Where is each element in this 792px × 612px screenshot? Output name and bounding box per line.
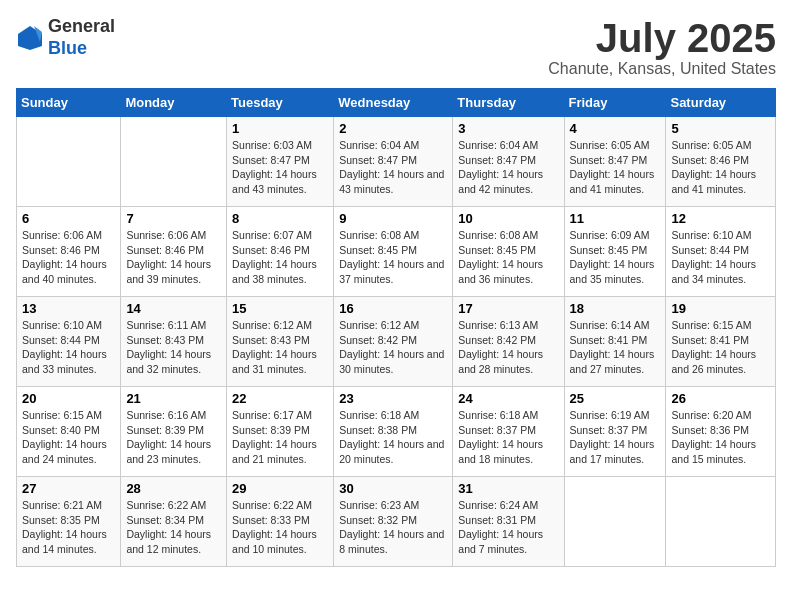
calendar-cell: 28Sunrise: 6:22 AMSunset: 8:34 PMDayligh… [121,477,227,567]
day-number: 2 [339,121,447,136]
day-number: 18 [570,301,661,316]
day-info: Sunrise: 6:07 AMSunset: 8:46 PMDaylight:… [232,228,328,287]
day-info: Sunrise: 6:16 AMSunset: 8:39 PMDaylight:… [126,408,221,467]
day-info: Sunrise: 6:22 AMSunset: 8:34 PMDaylight:… [126,498,221,557]
main-title: July 2025 [548,16,776,60]
calendar-cell: 31Sunrise: 6:24 AMSunset: 8:31 PMDayligh… [453,477,564,567]
calendar-cell: 23Sunrise: 6:18 AMSunset: 8:38 PMDayligh… [334,387,453,477]
calendar-cell: 3Sunrise: 6:04 AMSunset: 8:47 PMDaylight… [453,117,564,207]
day-info: Sunrise: 6:10 AMSunset: 8:44 PMDaylight:… [671,228,770,287]
day-info: Sunrise: 6:15 AMSunset: 8:40 PMDaylight:… [22,408,115,467]
calendar-cell: 27Sunrise: 6:21 AMSunset: 8:35 PMDayligh… [17,477,121,567]
logo-general-text: General [48,16,115,36]
day-number: 14 [126,301,221,316]
header-cell-saturday: Saturday [666,89,776,117]
day-info: Sunrise: 6:13 AMSunset: 8:42 PMDaylight:… [458,318,558,377]
day-info: Sunrise: 6:17 AMSunset: 8:39 PMDaylight:… [232,408,328,467]
day-info: Sunrise: 6:14 AMSunset: 8:41 PMDaylight:… [570,318,661,377]
day-number: 9 [339,211,447,226]
calendar-cell: 18Sunrise: 6:14 AMSunset: 8:41 PMDayligh… [564,297,666,387]
calendar-cell [17,117,121,207]
day-number: 25 [570,391,661,406]
day-number: 17 [458,301,558,316]
day-info: Sunrise: 6:18 AMSunset: 8:38 PMDaylight:… [339,408,447,467]
header-cell-sunday: Sunday [17,89,121,117]
day-info: Sunrise: 6:11 AMSunset: 8:43 PMDaylight:… [126,318,221,377]
day-info: Sunrise: 6:24 AMSunset: 8:31 PMDaylight:… [458,498,558,557]
calendar-cell: 26Sunrise: 6:20 AMSunset: 8:36 PMDayligh… [666,387,776,477]
calendar-cell: 7Sunrise: 6:06 AMSunset: 8:46 PMDaylight… [121,207,227,297]
header-cell-monday: Monday [121,89,227,117]
day-number: 16 [339,301,447,316]
day-info: Sunrise: 6:06 AMSunset: 8:46 PMDaylight:… [22,228,115,287]
page-header: General Blue July 2025 Chanute, Kansas, … [16,16,776,78]
calendar-cell: 29Sunrise: 6:22 AMSunset: 8:33 PMDayligh… [227,477,334,567]
day-number: 6 [22,211,115,226]
calendar-cell: 19Sunrise: 6:15 AMSunset: 8:41 PMDayligh… [666,297,776,387]
header-cell-tuesday: Tuesday [227,89,334,117]
day-info: Sunrise: 6:05 AMSunset: 8:47 PMDaylight:… [570,138,661,197]
day-number: 26 [671,391,770,406]
day-number: 22 [232,391,328,406]
day-info: Sunrise: 6:21 AMSunset: 8:35 PMDaylight:… [22,498,115,557]
calendar-cell: 21Sunrise: 6:16 AMSunset: 8:39 PMDayligh… [121,387,227,477]
day-info: Sunrise: 6:19 AMSunset: 8:37 PMDaylight:… [570,408,661,467]
day-number: 4 [570,121,661,136]
day-info: Sunrise: 6:10 AMSunset: 8:44 PMDaylight:… [22,318,115,377]
calendar-cell: 12Sunrise: 6:10 AMSunset: 8:44 PMDayligh… [666,207,776,297]
header-cell-thursday: Thursday [453,89,564,117]
day-number: 13 [22,301,115,316]
day-number: 28 [126,481,221,496]
calendar-cell: 14Sunrise: 6:11 AMSunset: 8:43 PMDayligh… [121,297,227,387]
subtitle: Chanute, Kansas, United States [548,60,776,78]
calendar-cell [121,117,227,207]
calendar-header: SundayMondayTuesdayWednesdayThursdayFrid… [17,89,776,117]
day-number: 10 [458,211,558,226]
day-info: Sunrise: 6:12 AMSunset: 8:43 PMDaylight:… [232,318,328,377]
calendar-cell: 1Sunrise: 6:03 AMSunset: 8:47 PMDaylight… [227,117,334,207]
day-info: Sunrise: 6:09 AMSunset: 8:45 PMDaylight:… [570,228,661,287]
day-info: Sunrise: 6:08 AMSunset: 8:45 PMDaylight:… [458,228,558,287]
day-info: Sunrise: 6:03 AMSunset: 8:47 PMDaylight:… [232,138,328,197]
day-info: Sunrise: 6:05 AMSunset: 8:46 PMDaylight:… [671,138,770,197]
day-number: 3 [458,121,558,136]
header-row: SundayMondayTuesdayWednesdayThursdayFrid… [17,89,776,117]
day-number: 15 [232,301,328,316]
day-number: 11 [570,211,661,226]
calendar-cell: 8Sunrise: 6:07 AMSunset: 8:46 PMDaylight… [227,207,334,297]
calendar-cell [564,477,666,567]
day-number: 19 [671,301,770,316]
calendar-body: 1Sunrise: 6:03 AMSunset: 8:47 PMDaylight… [17,117,776,567]
day-number: 7 [126,211,221,226]
day-info: Sunrise: 6:12 AMSunset: 8:42 PMDaylight:… [339,318,447,377]
calendar-cell: 16Sunrise: 6:12 AMSunset: 8:42 PMDayligh… [334,297,453,387]
week-row-2: 6Sunrise: 6:06 AMSunset: 8:46 PMDaylight… [17,207,776,297]
week-row-4: 20Sunrise: 6:15 AMSunset: 8:40 PMDayligh… [17,387,776,477]
day-number: 20 [22,391,115,406]
day-info: Sunrise: 6:15 AMSunset: 8:41 PMDaylight:… [671,318,770,377]
week-row-1: 1Sunrise: 6:03 AMSunset: 8:47 PMDaylight… [17,117,776,207]
week-row-3: 13Sunrise: 6:10 AMSunset: 8:44 PMDayligh… [17,297,776,387]
day-number: 29 [232,481,328,496]
day-number: 24 [458,391,558,406]
day-info: Sunrise: 6:08 AMSunset: 8:45 PMDaylight:… [339,228,447,287]
logo: General Blue [16,16,115,59]
calendar-cell: 24Sunrise: 6:18 AMSunset: 8:37 PMDayligh… [453,387,564,477]
calendar-cell: 22Sunrise: 6:17 AMSunset: 8:39 PMDayligh… [227,387,334,477]
calendar-cell: 2Sunrise: 6:04 AMSunset: 8:47 PMDaylight… [334,117,453,207]
day-number: 21 [126,391,221,406]
calendar-cell: 11Sunrise: 6:09 AMSunset: 8:45 PMDayligh… [564,207,666,297]
day-number: 27 [22,481,115,496]
day-number: 8 [232,211,328,226]
logo-icon [16,24,44,52]
day-number: 12 [671,211,770,226]
logo-blue-text: Blue [48,38,87,58]
day-number: 1 [232,121,328,136]
day-number: 30 [339,481,447,496]
calendar-cell: 6Sunrise: 6:06 AMSunset: 8:46 PMDaylight… [17,207,121,297]
calendar-cell: 5Sunrise: 6:05 AMSunset: 8:46 PMDaylight… [666,117,776,207]
day-number: 5 [671,121,770,136]
day-info: Sunrise: 6:18 AMSunset: 8:37 PMDaylight:… [458,408,558,467]
calendar-cell: 13Sunrise: 6:10 AMSunset: 8:44 PMDayligh… [17,297,121,387]
day-info: Sunrise: 6:23 AMSunset: 8:32 PMDaylight:… [339,498,447,557]
